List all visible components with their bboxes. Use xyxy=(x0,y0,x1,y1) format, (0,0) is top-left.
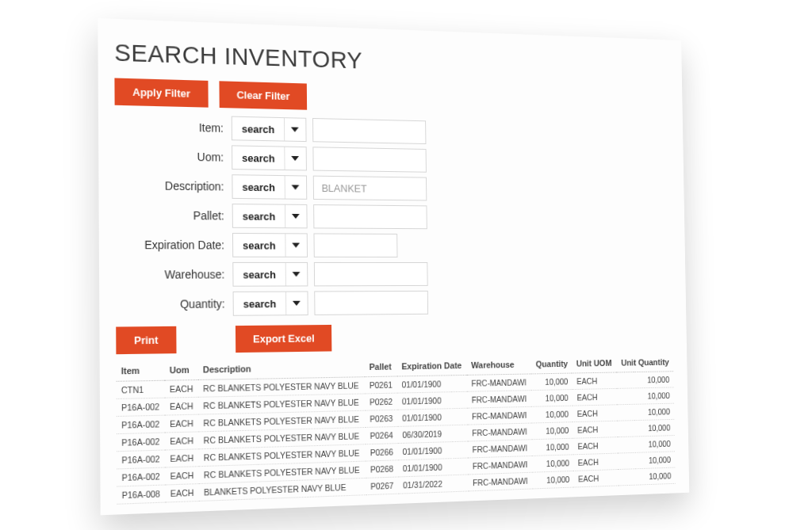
cell-unit_quantity: 10,000 xyxy=(618,435,675,452)
col-unit-quantity[interactable]: Unit Quantity xyxy=(616,353,673,372)
filter-row-pallet: Pallet: search xyxy=(115,202,671,230)
cell-warehouse: FRC-MANDAWI xyxy=(468,472,533,491)
filter-input-expdate[interactable] xyxy=(313,233,397,257)
filter-label-pallet: Pallet: xyxy=(115,208,232,222)
filter-label-description: Description: xyxy=(115,178,232,193)
cell-quantity: 10,000 xyxy=(532,421,573,439)
cell-uom: EACH xyxy=(165,379,198,398)
filter-operator-item[interactable]: search xyxy=(232,116,307,141)
filter-operator-warehouse[interactable]: search xyxy=(232,261,308,286)
clear-filter-button[interactable]: Clear Filter xyxy=(219,81,307,109)
cell-unit_uom: EACH xyxy=(573,437,618,454)
cell-warehouse: FRC-MANDAWI xyxy=(468,439,533,457)
filter-input-pallet[interactable] xyxy=(313,204,427,229)
cell-warehouse: FRC-MANDAWI xyxy=(468,456,533,475)
cell-uom: EACH xyxy=(166,483,200,501)
results-table: Item Uom Description Pallet Expiration D… xyxy=(116,353,675,505)
filter-label-quantity: Quantity: xyxy=(116,297,233,311)
page-title: SEARCH INVENTORY xyxy=(114,38,668,83)
cell-expdate: 01/01/1900 xyxy=(398,441,468,460)
filter-label-warehouse: Warehouse: xyxy=(116,268,233,281)
cell-warehouse: FRC-MANDAWI xyxy=(468,423,533,441)
cell-unit_uom: EACH xyxy=(573,388,617,406)
cell-item: CTN1 xyxy=(117,380,165,398)
filter-input-quantity[interactable] xyxy=(314,290,428,315)
filter-label-expdate: Expiration Date: xyxy=(116,238,233,251)
col-uom[interactable]: Uom xyxy=(164,360,197,380)
filter-input-description[interactable] xyxy=(313,175,427,200)
cell-quantity: 10,000 xyxy=(532,406,573,423)
cell-item: P16A-002 xyxy=(117,450,165,469)
cell-unit_quantity: 10,000 xyxy=(618,451,675,469)
filter-operator-uom[interactable]: search xyxy=(232,145,307,170)
cell-pallet: P0261 xyxy=(365,376,397,393)
cell-unit_uom: EACH xyxy=(573,453,618,471)
cell-uom: EACH xyxy=(165,397,198,415)
cell-expdate: 01/01/1900 xyxy=(397,391,467,410)
chevron-down-icon xyxy=(285,234,307,257)
cell-warehouse: FRC-MANDAWI xyxy=(467,406,532,425)
cell-quantity: 10,000 xyxy=(532,454,573,471)
chevron-down-icon xyxy=(284,118,306,141)
action-button-row: Print Export Excel xyxy=(116,321,672,353)
filter-row-item: Item: search xyxy=(115,113,670,149)
cell-quantity: 10,000 xyxy=(533,471,574,489)
cell-uom: EACH xyxy=(165,414,198,433)
cell-expdate: 01/01/1900 xyxy=(397,375,467,393)
cell-pallet: P0264 xyxy=(366,426,398,444)
cell-expdate: 01/01/1900 xyxy=(397,408,467,426)
chevron-down-icon xyxy=(284,147,306,170)
filter-row-expdate: Expiration Date: search xyxy=(116,232,672,257)
cell-uom: EACH xyxy=(165,431,199,449)
cell-unit_uom: EACH xyxy=(573,421,618,438)
cell-item: P16A-008 xyxy=(117,484,165,503)
filter-row-uom: Uom: search xyxy=(115,143,670,176)
filter-input-warehouse[interactable] xyxy=(314,261,428,285)
col-quantity[interactable]: Quantity xyxy=(531,354,573,374)
cell-pallet: P0268 xyxy=(366,459,398,478)
filter-label-uom: Uom: xyxy=(115,148,232,163)
col-pallet[interactable]: Pallet xyxy=(365,357,397,376)
chevron-down-icon xyxy=(285,262,308,285)
filter-form: Item: search Uom: search Description: s xyxy=(115,113,672,317)
filter-operator-pallet[interactable]: search xyxy=(232,204,308,228)
chevron-down-icon xyxy=(285,204,307,227)
apply-filter-button[interactable]: Apply Filter xyxy=(114,78,208,107)
cell-unit_uom: EACH xyxy=(574,469,619,487)
cell-uom: EACH xyxy=(165,466,199,484)
col-expdate[interactable]: Expiration Date xyxy=(397,356,467,376)
cell-pallet: P0262 xyxy=(365,393,397,410)
filter-input-item[interactable] xyxy=(312,117,426,143)
filter-operator-expdate[interactable]: search xyxy=(232,232,308,257)
cell-unit_uom: EACH xyxy=(573,372,617,390)
cell-pallet: P0263 xyxy=(365,410,397,427)
cell-item: P16A-002 xyxy=(117,398,165,416)
cell-quantity: 10,000 xyxy=(531,389,573,406)
inventory-panel: SEARCH INVENTORY Apply Filter Clear Filt… xyxy=(98,18,689,515)
col-item[interactable]: Item xyxy=(116,360,164,381)
cell-quantity: 10,000 xyxy=(532,438,573,456)
cell-pallet: P0266 xyxy=(366,443,398,460)
col-unit-uom[interactable]: Unit UOM xyxy=(572,353,616,373)
filter-button-row: Apply Filter Clear Filter xyxy=(114,78,668,119)
cell-expdate: 01/31/2022 xyxy=(398,474,468,493)
filter-operator-description[interactable]: search xyxy=(232,174,307,200)
filter-input-uom[interactable] xyxy=(312,147,426,172)
print-button[interactable]: Print xyxy=(116,326,176,353)
cell-unit_quantity: 10,000 xyxy=(617,403,674,421)
cell-expdate: 06/30/2019 xyxy=(398,425,468,443)
cell-warehouse: FRC-MANDAWI xyxy=(467,390,531,408)
cell-expdate: 01/01/1900 xyxy=(398,458,468,477)
cell-unit_quantity: 10,000 xyxy=(618,467,675,486)
cell-item: P16A-002 xyxy=(117,467,165,486)
col-description[interactable]: Description xyxy=(198,357,365,379)
chevron-down-icon xyxy=(285,176,307,199)
filter-row-quantity: Quantity: search xyxy=(116,289,672,316)
cell-item: P16A-002 xyxy=(117,433,165,452)
col-warehouse[interactable]: Warehouse xyxy=(466,354,530,375)
filter-row-description: Description: search xyxy=(115,173,670,204)
chevron-down-icon xyxy=(285,292,308,315)
export-excel-button[interactable]: Export Excel xyxy=(236,324,331,352)
filter-operator-quantity[interactable]: search xyxy=(233,291,308,315)
cell-unit_quantity: 10,000 xyxy=(616,371,673,388)
